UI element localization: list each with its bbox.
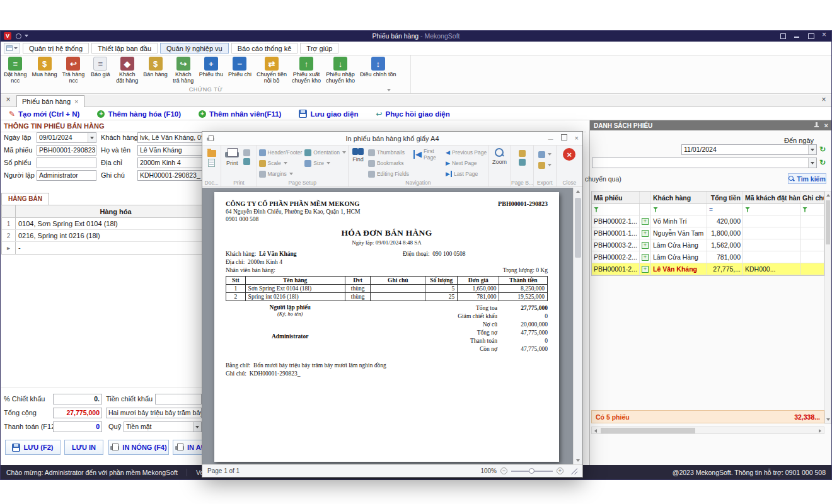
col-ma-phieu[interactable]: Mã phiếu bbox=[592, 192, 640, 203]
scale-button[interactable]: Scale bbox=[259, 159, 303, 168]
so-phieu-field[interactable] bbox=[37, 158, 96, 168]
tab-tro-giup[interactable]: Trợ giúp bbox=[300, 43, 338, 54]
table-row-selected[interactable]: PBH00001-2... Lê Văn Kháng 27,775,... KD… bbox=[592, 263, 824, 275]
table-row[interactable]: PBH00002-2... Lâm Cửa Hàng 781,000 bbox=[592, 251, 824, 263]
close-icon[interactable] bbox=[824, 122, 828, 129]
tab-quan-tri-he-thong[interactable]: Quản trị hệ thống bbox=[23, 43, 89, 54]
chevron-down-icon[interactable] bbox=[808, 145, 816, 154]
thumbnails-button[interactable]: Thumbnails bbox=[368, 148, 409, 157]
orientation-button[interactable]: Orientation bbox=[304, 148, 346, 157]
zoom-out-icon[interactable] bbox=[500, 467, 507, 474]
table-row[interactable]: 2 0216, Spring int 0216 (18l) bbox=[2, 230, 216, 242]
editing-fields-button[interactable]: Editing Fields bbox=[368, 169, 409, 178]
previous-page-button[interactable]: ◀Previous Page bbox=[446, 148, 487, 157]
col-tong-tien[interactable]: Tổng tiền bbox=[707, 192, 743, 203]
ribbon-item-phieu-chi[interactable]: Phiếu chi bbox=[226, 57, 254, 84]
maximize-icon[interactable] bbox=[561, 134, 567, 143]
tab-hang-ban[interactable]: HÀNG BÁN bbox=[1, 193, 49, 205]
scroll-up-icon[interactable] bbox=[826, 194, 830, 197]
close-icon[interactable] bbox=[575, 134, 579, 143]
refresh-icon[interactable] bbox=[819, 145, 826, 154]
thanh-toan-field[interactable]: 0 bbox=[53, 421, 102, 432]
print-options-icon[interactable] bbox=[243, 158, 250, 165]
page-color-icon[interactable] bbox=[519, 150, 526, 157]
margins-button[interactable]: Margins bbox=[259, 169, 303, 178]
filter-icon[interactable] bbox=[802, 207, 807, 212]
filter-combo[interactable] bbox=[592, 158, 817, 168]
bookmarks-button[interactable]: Bookmarks bbox=[368, 159, 409, 168]
table-row[interactable]: PBH00003-2... Lâm Cửa Hàng 1,562,000 bbox=[592, 239, 824, 251]
watermark-icon[interactable] bbox=[519, 159, 526, 166]
ribbon-item-ban-hang[interactable]: Bán hàng bbox=[141, 57, 170, 84]
next-page-button[interactable]: ▶Next Page bbox=[446, 159, 487, 168]
ribbon-item-dat-hang-ncc[interactable]: Đặt hàngncc bbox=[1, 57, 30, 84]
filter-icon[interactable] bbox=[653, 207, 658, 212]
save-document-icon[interactable] bbox=[208, 159, 215, 167]
horizontal-scrollbar[interactable] bbox=[591, 427, 824, 434]
export-file-icon[interactable] bbox=[538, 151, 545, 158]
chevron-down-icon[interactable] bbox=[808, 158, 816, 168]
expand-detail-icon[interactable] bbox=[642, 242, 649, 249]
maximize-icon[interactable] bbox=[807, 32, 814, 40]
col-ghi-chu[interactable]: Ghi chú bbox=[800, 192, 824, 203]
scroll-down-icon[interactable] bbox=[576, 459, 580, 462]
nguoi-lap-field[interactable]: Administrator bbox=[37, 170, 96, 181]
fit-window-icon[interactable] bbox=[779, 32, 787, 40]
vertical-scrollbar[interactable] bbox=[824, 191, 831, 424]
close-icon[interactable] bbox=[819, 96, 828, 105]
col-ma-khach-dat-hang[interactable]: Mã khách đặt hàng bbox=[743, 192, 800, 203]
equals-filter[interactable]: = bbox=[709, 204, 713, 215]
close-icon[interactable] bbox=[821, 32, 828, 40]
open-document-icon[interactable] bbox=[207, 150, 216, 157]
find-button[interactable]: Find bbox=[350, 148, 366, 163]
zoom-slider[interactable] bbox=[511, 471, 553, 472]
size-button[interactable]: Size bbox=[304, 159, 346, 168]
email-export-icon[interactable] bbox=[538, 162, 545, 169]
save-button[interactable]: LƯU (F2) bbox=[5, 440, 61, 455]
zoom-in-icon[interactable] bbox=[557, 467, 563, 474]
minimize-icon[interactable] bbox=[793, 32, 800, 40]
expand-detail-icon[interactable] bbox=[642, 254, 649, 261]
expand-detail-icon[interactable] bbox=[642, 218, 649, 225]
vertical-scrollbar[interactable] bbox=[573, 188, 582, 464]
ribbon-item-chuyen-tien-noi-bo[interactable]: Chuyển tiềnnội bộ bbox=[254, 57, 289, 84]
ribbon-item-dieu-chinh-ton[interactable]: Điều chỉnh tồn bbox=[357, 57, 399, 84]
ribbon-item-phieu-xuat-chuyen-kho[interactable]: Phiếu xuấtchuyển kho bbox=[289, 57, 323, 84]
scroll-down-icon[interactable] bbox=[826, 418, 830, 421]
ma-phieu-field[interactable]: PBH00001-290823 bbox=[37, 145, 96, 156]
restore-layout-button[interactable]: ↩Phục hồi giao diện bbox=[376, 110, 449, 118]
quy-select[interactable]: Tiền mặt bbox=[124, 421, 202, 432]
scroll-left-icon[interactable] bbox=[594, 429, 597, 433]
search-button[interactable]: Tìm kiếm bbox=[788, 173, 826, 184]
zoom-button[interactable]: Zoom bbox=[490, 148, 509, 165]
expand-detail-icon[interactable] bbox=[642, 230, 649, 237]
first-page-button[interactable]: ◀ First Page bbox=[412, 148, 443, 161]
chevron-down-icon[interactable] bbox=[387, 89, 391, 91]
tab-thiet-lap-ban-dau[interactable]: Thiết lập ban đầu bbox=[91, 43, 158, 54]
tien-chiet-khau-field[interactable] bbox=[155, 394, 202, 404]
close-tab-icon[interactable] bbox=[74, 98, 78, 105]
menu-grid-button[interactable] bbox=[4, 43, 20, 54]
den-ngay-field[interactable]: 11/01/2024 bbox=[681, 144, 817, 155]
filter-row[interactable]: = bbox=[592, 204, 824, 215]
add-item-button[interactable]: Thêm hàng hóa (F10) bbox=[97, 110, 181, 118]
expand-detail-icon[interactable] bbox=[642, 266, 649, 273]
scroll-right-icon[interactable] bbox=[819, 429, 821, 433]
save-print-button[interactable]: LƯU IN bbox=[64, 440, 103, 455]
zoom-slider-thumb[interactable] bbox=[529, 468, 534, 474]
refresh-icon[interactable] bbox=[819, 158, 826, 167]
tab-quan-ly-nghiep-vu[interactable]: Quản lý nghiệp vụ bbox=[160, 43, 229, 54]
last-page-button[interactable]: ▶Last Page bbox=[446, 169, 487, 178]
ribbon-item-tra-hang-ncc[interactable]: Trả hàngncc bbox=[60, 57, 88, 84]
close-preview-button[interactable] bbox=[558, 148, 581, 161]
chevron-down-icon[interactable] bbox=[193, 422, 201, 432]
scrollbar-thumb[interactable] bbox=[826, 200, 830, 244]
ribbon-item-mua-hang[interactable]: Mua hàng bbox=[30, 57, 60, 84]
filter-icon[interactable] bbox=[745, 207, 750, 212]
header-footer-button[interactable]: Header/Footer bbox=[259, 148, 303, 157]
table-row[interactable]: PBH00002-1... Võ Minh Trí 420,000 bbox=[592, 215, 824, 227]
new-button[interactable]: ✎Tạo mới (Ctrl + N) bbox=[9, 110, 79, 118]
save-layout-button[interactable]: Lưu giao diện bbox=[299, 110, 358, 118]
ribbon-item-phieu-thu[interactable]: Phiếu thu bbox=[197, 57, 226, 84]
ngay-lap-field[interactable]: 09/01/2024 bbox=[37, 132, 96, 143]
